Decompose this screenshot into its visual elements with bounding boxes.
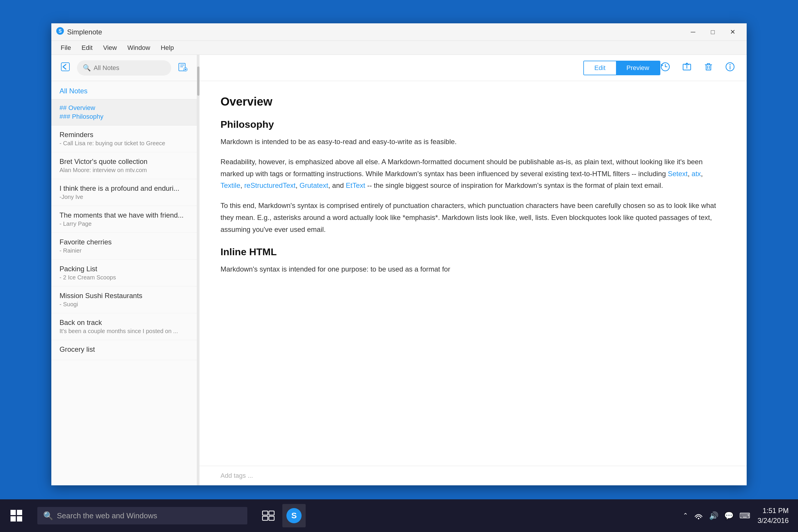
svg-rect-16 [269, 516, 274, 520]
menu-window[interactable]: Window [123, 42, 155, 53]
svg-point-17 [698, 518, 699, 519]
note-para4: Markdown's syntax is intended for one pu… [221, 263, 726, 276]
close-button[interactable]: ✕ [723, 26, 742, 38]
note-title: Packing List [59, 265, 189, 273]
app-body: 🔍 All Notes ## Overview ### Philoso [51, 55, 747, 485]
note-preview: -Jony Ive [59, 194, 189, 201]
active-note-title: ## Overview [59, 104, 189, 112]
list-item[interactable]: Reminders - Call Lisa re: buying our tic… [51, 126, 197, 152]
simplenote-logo-icon: S [56, 27, 64, 37]
note-preview: - 2 Ice Cream Scoops [59, 274, 189, 281]
link-textile[interactable]: Textile [221, 182, 240, 189]
back-button[interactable] [58, 60, 72, 76]
keyboard-icon[interactable]: ⌨ [739, 511, 750, 520]
sidebar-header: 🔍 [51, 55, 197, 81]
note-list: Reminders - Call Lisa re: buying our tic… [51, 126, 197, 485]
tags-input[interactable]: Add tags ... [200, 466, 747, 485]
scroll-thumb[interactable] [197, 66, 200, 96]
minimize-button[interactable]: ─ [684, 26, 702, 38]
notification-icon[interactable]: 💬 [724, 511, 734, 520]
para2-post: -- the single biggest source of inspirat… [365, 182, 663, 189]
new-note-button[interactable] [176, 60, 190, 76]
info-button[interactable] [725, 62, 735, 74]
note-heading2-inlinehtml: Inline HTML [221, 246, 726, 258]
note-heading2-philosophy: Philosophy [221, 119, 726, 130]
volume-icon[interactable]: 🔊 [709, 511, 718, 520]
note-title: Mission Sushi Restaurants [59, 292, 189, 300]
history-button[interactable] [660, 62, 670, 74]
taskbar-apps: S [256, 504, 306, 527]
note-preview: - Call Lisa re: buying our ticket to Gre… [59, 140, 189, 147]
list-item[interactable]: I think there is a profound and enduri..… [51, 179, 197, 206]
simplenote-icon: S [286, 508, 302, 523]
note-title: I think there is a profound and enduri..… [59, 184, 189, 192]
note-preview: It's been a couple months since I posted… [59, 328, 189, 335]
note-heading1: Overview [221, 95, 726, 108]
svg-point-8 [729, 64, 730, 65]
taskbar-right: ⌃ 🔊 💬 ⌨ 1:51 PM 3/24/2016 [683, 506, 798, 525]
list-item[interactable]: Grocery list [51, 340, 197, 360]
svg-rect-14 [269, 511, 274, 515]
taskbar-search-box[interactable]: 🔍 Search the web and Windows [37, 507, 247, 525]
note-title: Favorite cherries [59, 238, 189, 246]
preview-button[interactable]: Preview [616, 61, 660, 75]
link-grutatext[interactable]: Grutatext [300, 182, 328, 189]
content-area[interactable]: Overview Philosophy Markdown is intended… [200, 81, 747, 466]
svg-rect-2 [61, 63, 70, 71]
menu-bar: File Edit View Window Help [51, 41, 747, 55]
note-preview: Alan Moore: interview on mtv.com [59, 167, 189, 173]
search-input[interactable] [94, 64, 165, 72]
menu-help[interactable]: Help [156, 42, 178, 53]
app-window: S Simplenote ─ □ ✕ File Edit View Window… [51, 23, 747, 485]
active-note-header[interactable]: ## Overview ### Philosophy [51, 99, 197, 126]
title-bar: S Simplenote ─ □ ✕ [51, 23, 747, 41]
list-item[interactable]: Bret Victor's quote collection Alan Moor… [51, 152, 197, 179]
all-notes-label: All Notes [51, 81, 197, 99]
start-button[interactable] [0, 499, 33, 532]
svg-rect-13 [263, 511, 268, 515]
search-icon: 🔍 [83, 64, 91, 72]
note-title: Bret Victor's quote collection [59, 157, 189, 166]
list-item[interactable]: Packing List - 2 Ice Cream Scoops [51, 260, 197, 286]
clock-date: 3/24/2016 [758, 516, 788, 526]
simplenote-taskbar-icon[interactable]: S [282, 504, 306, 527]
system-tray: ⌃ 🔊 💬 ⌨ [683, 510, 750, 521]
toolbar-actions [660, 62, 735, 74]
main-content: Edit Preview [200, 55, 747, 485]
task-view-button[interactable] [256, 504, 280, 527]
window-controls: ─ □ ✕ [684, 26, 742, 38]
edit-button[interactable]: Edit [584, 61, 616, 75]
list-item[interactable]: Back on track It's been a couple months … [51, 313, 197, 340]
note-preview: - Suogi [59, 301, 189, 308]
share-button[interactable] [682, 62, 692, 74]
link-restructuredtext[interactable]: reStructuredText [244, 182, 296, 189]
maximize-button[interactable]: □ [703, 26, 722, 38]
link-ettext[interactable]: EtText [346, 182, 365, 189]
list-item[interactable]: Favorite cherries - Rainier [51, 233, 197, 260]
list-item[interactable]: The moments that we have with friend... … [51, 206, 197, 233]
list-item[interactable]: Mission Sushi Restaurants - Suogi [51, 286, 197, 313]
chevron-up-icon[interactable]: ⌃ [683, 512, 688, 519]
note-para3: To this end, Markdown's syntax is compri… [221, 200, 726, 235]
menu-file[interactable]: File [56, 42, 76, 53]
sidebar: 🔍 All Notes ## Overview ### Philoso [51, 55, 197, 485]
link-setext[interactable]: Setext [668, 170, 688, 178]
clock-time: 1:51 PM [758, 506, 788, 516]
menu-view[interactable]: View [98, 42, 121, 53]
link-atx[interactable]: atx [691, 170, 701, 178]
note-para1: Markdown is intended to be as easy-to-re… [221, 136, 726, 148]
note-preview: - Rainier [59, 247, 189, 254]
app-logo: S Simplenote [56, 27, 102, 37]
app-title: Simplenote [67, 28, 102, 36]
note-title: Back on track [59, 319, 189, 327]
network-icon[interactable] [694, 510, 703, 521]
menu-edit[interactable]: Edit [77, 42, 97, 53]
edit-preview-toggle: Edit Preview [583, 61, 660, 75]
note-title: Reminders [59, 131, 189, 139]
para2-pre: Readability, however, is emphasized abov… [221, 158, 703, 178]
svg-rect-11 [11, 516, 16, 521]
svg-rect-10 [17, 510, 22, 515]
trash-button[interactable] [703, 62, 714, 74]
search-box[interactable]: 🔍 [77, 60, 171, 76]
svg-rect-15 [263, 516, 268, 520]
